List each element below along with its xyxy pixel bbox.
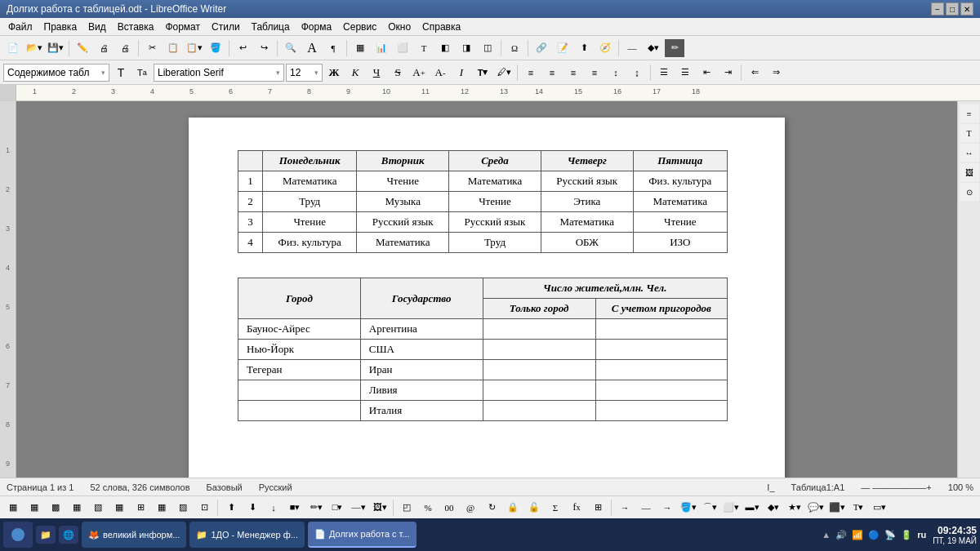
rtl-btn[interactable]: ⇒ <box>766 64 786 82</box>
pilcrow-btn[interactable]: ¶ <box>323 39 343 57</box>
text-frame-btn[interactable]: T <box>414 39 434 57</box>
new-button[interactable]: 📄 <box>3 39 23 57</box>
shapes-btn3[interactable]: ◆▾ <box>764 499 783 517</box>
underline-button[interactable]: Ч <box>367 64 386 82</box>
indent-inc-btn[interactable]: ⇥ <box>718 64 737 82</box>
navigator-btn[interactable]: 🧭 <box>595 39 615 57</box>
menu-styles[interactable]: Стили <box>207 20 245 34</box>
paintbucket-btn[interactable]: 🪣 <box>206 39 225 57</box>
special-char-btn[interactable]: Ω <box>505 39 524 57</box>
table-row[interactable]: 4 Физ. культура Математика Труд ОБЖ ИЗО <box>238 233 728 253</box>
print-btn[interactable]: 🖨 <box>115 39 135 57</box>
undo-btn[interactable]: ↩ <box>233 39 252 57</box>
menu-insert[interactable]: Вставка <box>113 20 159 34</box>
table-row[interactable]: Италия <box>238 401 728 421</box>
tray-bluetooth-icon[interactable]: 🔵 <box>868 530 880 540</box>
fx-btn[interactable]: fx <box>567 499 586 517</box>
sidebar-btn4[interactable]: 🖼 <box>960 163 979 181</box>
insert-link-btn[interactable]: 🔗 <box>532 39 551 57</box>
draw-btn6[interactable]: ▦ <box>109 499 129 517</box>
style-T2-btn[interactable]: Ta <box>132 64 152 82</box>
draw-btn10[interactable]: ⊡ <box>194 499 214 517</box>
italic2-btn[interactable]: I <box>452 64 471 82</box>
table-row[interactable]: Ливия <box>238 380 728 401</box>
draw-btn9[interactable]: ▨ <box>173 499 193 517</box>
style-dropdown[interactable]: Содержимое табл ▾ <box>3 64 109 82</box>
shadow-btn[interactable]: ◰ <box>397 499 416 517</box>
lock-btn1[interactable]: 🔒 <box>503 499 523 517</box>
size-dropdown[interactable]: 12 ▾ <box>286 64 323 82</box>
table-row[interactable]: Нью-Йорк США <box>238 340 728 360</box>
taskbar-start-button[interactable] <box>3 522 33 548</box>
draw-btn2[interactable]: ▦ <box>24 499 44 517</box>
chart-btn[interactable]: 📊 <box>372 39 391 57</box>
ltr-btn[interactable]: ⇐ <box>745 64 764 82</box>
tray-network-icon[interactable]: 📶 <box>852 530 863 540</box>
align-center-btn[interactable]: ◫ <box>478 39 497 57</box>
bold-button[interactable]: Ж <box>324 64 344 82</box>
diamond-btn[interactable]: ◆▾ <box>644 39 663 57</box>
arrow-draw-btn[interactable]: → <box>657 499 677 517</box>
at-btn[interactable]: @ <box>461 499 480 517</box>
align-justify-fmt[interactable]: ≡ <box>585 64 604 82</box>
align-bot-btn[interactable]: ↓ <box>264 499 283 517</box>
menu-edit[interactable]: Правка <box>39 20 82 34</box>
pencil-btn[interactable]: ✏ <box>665 39 684 57</box>
sigma-btn[interactable]: Σ <box>546 499 565 517</box>
align-right-fmt[interactable]: ≡ <box>564 64 583 82</box>
copy-btn[interactable]: 📋 <box>163 39 183 57</box>
sidebar-btn5[interactable]: ⊙ <box>960 183 979 201</box>
highlight-dropdown[interactable]: 🖊▾ <box>494 64 514 82</box>
shapes-btn6[interactable]: ⬛▾ <box>827 499 847 517</box>
shapes-btn1[interactable]: ⬜▾ <box>721 499 741 517</box>
strikethrough-button[interactable]: S <box>388 64 408 82</box>
close-button[interactable]: ✕ <box>960 2 973 16</box>
superscript-btn[interactable]: A+ <box>409 64 429 82</box>
tray-sound-icon[interactable]: 🔊 <box>835 530 847 540</box>
taskbar-item-browser[interactable]: 🦊 великий информ... <box>82 522 186 548</box>
cities-table[interactable]: Город Государство Число жителей,млн. Чел… <box>238 278 728 421</box>
align-top-btn[interactable]: ⬆ <box>221 499 241 517</box>
cut-btn[interactable]: ✂ <box>142 39 162 57</box>
shapes-box-btn[interactable]: ▭▾ <box>870 499 889 517</box>
header-btn[interactable]: ⬆ <box>574 39 594 57</box>
menu-format[interactable]: Формат <box>160 20 205 34</box>
style-T-btn[interactable]: T <box>111 64 131 82</box>
paste-dropdown[interactable]: 📋▾ <box>185 39 204 57</box>
table-row[interactable]: Тегеран Иран <box>238 360 728 380</box>
menu-window[interactable]: Окно <box>383 20 416 34</box>
menu-tools[interactable]: Сервис <box>338 20 381 34</box>
align-right-btn[interactable]: ◨ <box>457 39 476 57</box>
tray-wifi-icon[interactable]: 📡 <box>884 530 896 540</box>
shapes-btn4[interactable]: ★▾ <box>785 499 804 517</box>
clock[interactable]: 09:24:35 ПТ, 19 МАЙ <box>933 525 977 545</box>
font-dropdown[interactable]: Liberation Serif ▾ <box>154 64 284 82</box>
draw-btn5[interactable]: ▧ <box>88 499 108 517</box>
lock-btn2[interactable]: 🔓 <box>524 499 544 517</box>
numlist-btn[interactable]: ☰ <box>675 64 695 82</box>
insert-note-btn[interactable]: 📝 <box>553 39 572 57</box>
border-btn[interactable]: □▾ <box>327 499 347 517</box>
para-spacing-btn[interactable]: ↨ <box>627 64 647 82</box>
shapes-btn2[interactable]: ▬▾ <box>742 499 762 517</box>
taskbar-item-manager[interactable]: 📁 1ДО - Менеджер ф... <box>189 522 305 548</box>
paintbucket2-btn[interactable]: 🪣▾ <box>679 499 698 517</box>
taskbar-files-btn[interactable]: 📁 <box>36 526 56 544</box>
arrow-right-btn[interactable]: → <box>615 499 635 517</box>
open-dropdown[interactable]: 📂▾ <box>24 39 44 57</box>
minimize-button[interactable]: − <box>931 2 944 16</box>
draw-btn7[interactable]: ⊞ <box>131 499 150 517</box>
frame-btn[interactable]: ⬜ <box>393 39 412 57</box>
edit-mode[interactable]: ✏️ <box>73 39 92 57</box>
table-row[interactable]: 1 Математика Чтение Математика Русский я… <box>238 171 728 192</box>
indent-dec-btn[interactable]: ⇤ <box>697 64 716 82</box>
image-btn[interactable]: 🖼▾ <box>370 499 390 517</box>
menu-table[interactable]: Таблица <box>247 20 295 34</box>
maximize-button[interactable]: □ <box>946 2 959 16</box>
grid-btn[interactable]: ⊞ <box>588 499 608 517</box>
percent-btn[interactable]: % <box>418 499 438 517</box>
taskbar-item-writer[interactable]: 📄 Долгих работа с т... <box>308 522 416 548</box>
align-mid-btn[interactable]: ⬇ <box>243 499 262 517</box>
table-row[interactable]: Баунос-Айрес Аргентина <box>238 319 728 340</box>
redo-btn[interactable]: ↪ <box>254 39 274 57</box>
